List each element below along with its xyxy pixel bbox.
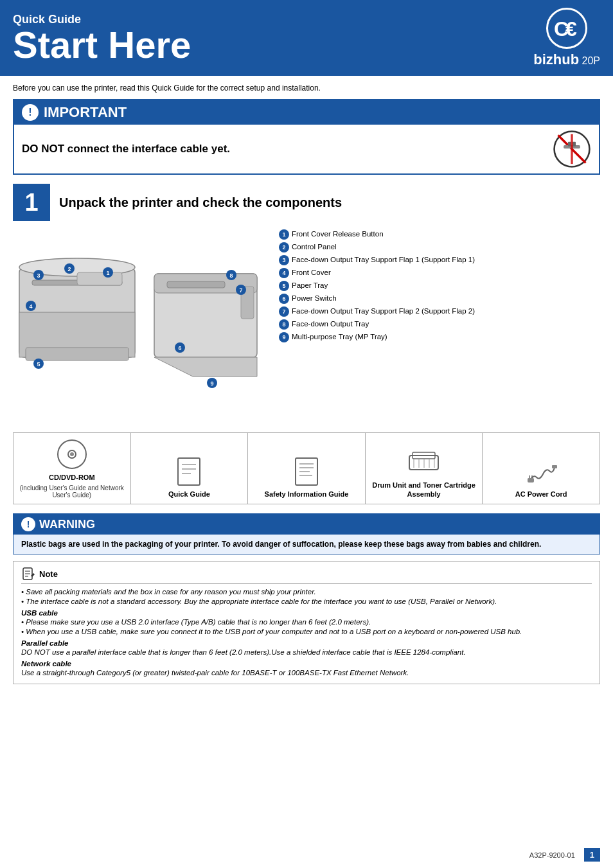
svg-rect-40 — [178, 458, 200, 485]
note-title: Note — [39, 569, 58, 579]
part-desc-1: Front Cover Release Button — [292, 229, 384, 239]
accessory-drum-toner: Drum Unit and Toner Cartridge Assembly — [366, 433, 483, 504]
network-body: Use a straight-through Category5 (or gre… — [21, 669, 592, 677]
important-icon: ! — [22, 104, 39, 121]
warning-body: Plastic bags are used in the packaging o… — [13, 535, 600, 554]
ce-logo: C € — [551, 13, 582, 44]
safety-guide-label: Safety Information Guide — [265, 490, 349, 499]
parts-list-item-7: 7Face-down Output Tray Support Flap 2 (S… — [279, 306, 600, 317]
parts-list-item-9: 9Multi-purpose Tray (MP Tray) — [279, 332, 600, 342]
parts-list-item-4: 4Front Cover — [279, 267, 600, 278]
parts-list-item-2: 2Control Panel — [279, 242, 600, 252]
warning-header: ! WARNING — [13, 514, 600, 535]
note-body: Save all packing materials and the box i… — [21, 588, 592, 677]
quick-guide-label: Quick Guide — [168, 490, 210, 499]
usb-bullets: Please make sure you use a USB 2.0 inter… — [21, 618, 592, 635]
note-bullet-2: The interface cable is not a standard ac… — [21, 598, 592, 605]
accessory-quick-guide: Quick Guide — [131, 433, 249, 504]
cd-label: CD/DVD-ROM — [49, 473, 95, 482]
step-number: 1 — [24, 189, 38, 217]
svg-text:4: 4 — [29, 303, 32, 310]
part-number-4: 4 — [279, 268, 289, 278]
important-message: DO NOT connect the interface cable yet. — [22, 143, 230, 155]
part-number-2: 2 — [279, 242, 289, 252]
parts-list-item-6: 6Power Switch — [279, 293, 600, 304]
part-number-5: 5 — [279, 281, 289, 291]
part-number-8: 8 — [279, 319, 289, 330]
step-number-box: 1 — [13, 184, 50, 221]
part-number-3: 3 — [279, 255, 289, 265]
part-desc-5: Paper Tray — [292, 280, 328, 290]
svg-text:9: 9 — [210, 380, 213, 387]
brand-area: C € bizhub 20P — [533, 8, 600, 68]
parts-list-item-3: 3Face-down Output Tray Support Flap 1 (S… — [279, 254, 600, 265]
part-number-9: 9 — [279, 332, 289, 342]
parts-list-item-8: 8Face-down Output Tray — [279, 319, 600, 330]
network-title: Network cable — [21, 660, 592, 668]
warning-title: WARNING — [39, 518, 95, 531]
part-number-1: 1 — [279, 229, 289, 240]
important-header: ! IMPORTANT — [14, 100, 599, 125]
svg-text:3: 3 — [37, 272, 40, 279]
accessory-cd-dvd: CD/DVD-ROM (including User's Guide and N… — [13, 433, 131, 504]
parallel-body: DO NOT use a parallel interface cable th… — [21, 648, 592, 656]
start-here-label: Start Here — [13, 26, 191, 64]
step1-header: 1 Unpack the printer and check the compo… — [13, 184, 600, 221]
svg-text:8: 8 — [229, 272, 233, 279]
printer-diagram: 1 2 3 4 5 — [13, 229, 270, 423]
page-footer: A32P-9200-01 1 — [529, 848, 600, 862]
part-desc-4: Front Cover — [292, 267, 331, 278]
note-header: Note — [21, 567, 592, 584]
part-desc-9: Multi-purpose Tray (MP Tray) — [292, 332, 387, 342]
bizhub-brand: bizhub 20P — [533, 51, 600, 68]
svg-text:1: 1 — [106, 270, 109, 276]
svg-rect-28 — [167, 281, 225, 288]
important-box: ! IMPORTANT DO NOT connect the interface… — [13, 99, 600, 175]
ce-mark: C € — [546, 8, 587, 49]
svg-text:5: 5 — [37, 361, 40, 368]
step-title: Unpack the printer and check the compone… — [59, 195, 342, 210]
warning-box: ! WARNING Plastic bags are used in the p… — [13, 513, 600, 554]
note-bullets: Save all packing materials and the box i… — [21, 588, 592, 605]
usb-bullet-1: Please make sure you use a USB 2.0 inter… — [21, 618, 592, 626]
usb-bullet-2: When you use a USB cable, make sure you … — [21, 628, 592, 635]
svg-rect-12 — [26, 348, 129, 360]
part-desc-8: Face-down Output Tray — [292, 319, 369, 329]
warning-text: Plastic bags are used in the packaging o… — [21, 540, 592, 549]
parts-list-item-1: 1Front Cover Release Button — [279, 229, 600, 240]
cd-sublabel: (including User's Guide and Network User… — [17, 484, 127, 499]
parts-list: 1Front Cover Release Button2Control Pane… — [276, 229, 600, 423]
intro-text: Before you can use the printer, read thi… — [13, 84, 600, 93]
accessory-power-cord: AC Power Cord — [483, 433, 600, 504]
svg-marker-26 — [154, 357, 257, 376]
svg-rect-13 — [77, 272, 122, 285]
cd-icon — [56, 438, 88, 470]
usb-title: USB cable — [21, 609, 592, 617]
accessory-safety-guide: Safety Information Guide — [248, 433, 366, 504]
note-icon — [21, 567, 35, 581]
page-header: Quick Guide Start Here C € bizhub 20P — [0, 0, 613, 76]
header-title-area: Quick Guide Start Here — [13, 13, 191, 64]
safety-guide-icon — [290, 455, 323, 487]
quick-guide-icon — [173, 455, 205, 487]
note-bullet-1: Save all packing materials and the box i… — [21, 588, 592, 596]
note-usb-section: USB cable Please make sure you use a USB… — [21, 609, 592, 635]
important-body: DO NOT connect the interface cable yet. — [14, 125, 599, 173]
svg-marker-64 — [31, 573, 35, 577]
no-cable-icon — [553, 130, 591, 168]
svg-point-39 — [70, 452, 74, 456]
note-parallel-section: Parallel cable DO NOT use a parallel int… — [21, 639, 592, 656]
svg-text:€: € — [565, 17, 577, 40]
drum-toner-icon — [406, 446, 441, 478]
doc-number: A32P-9200-01 — [529, 851, 575, 859]
part-number-7: 7 — [279, 306, 289, 317]
part-desc-3: Face-down Output Tray Support Flap 1 (Su… — [292, 254, 475, 265]
components-area: 1 2 3 4 5 — [13, 229, 600, 423]
parallel-title: Parallel cable — [21, 639, 592, 647]
note-network-section: Network cable Use a straight-through Cat… — [21, 660, 592, 677]
accessories-row: CD/DVD-ROM (including User's Guide and N… — [13, 432, 600, 504]
important-title: IMPORTANT — [44, 104, 127, 121]
note-box: Note Save all packing materials and the … — [13, 561, 600, 684]
part-desc-6: Power Switch — [292, 293, 337, 303]
drum-toner-label: Drum Unit and Toner Cartridge Assembly — [369, 481, 479, 499]
